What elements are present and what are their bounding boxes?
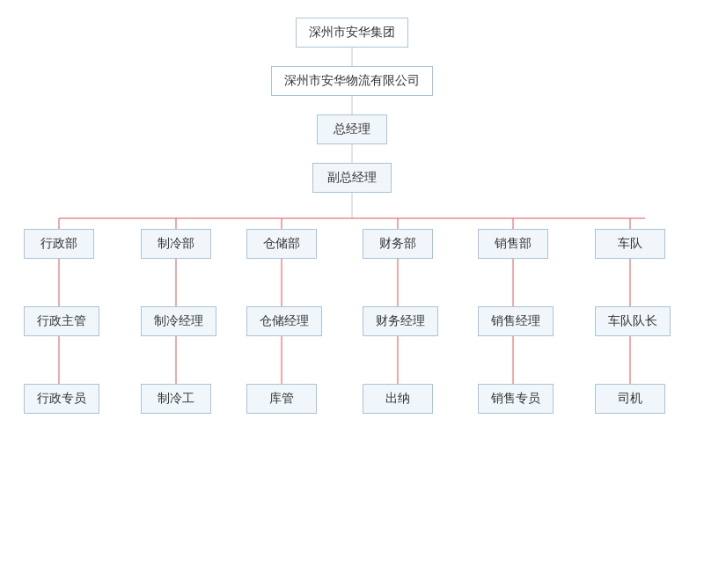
vgm-node: 副总经理 (312, 163, 392, 193)
mgr-node-1: 制冷经理 (141, 306, 216, 336)
org-chart: 深州市安华集团 深州市安华物流有限公司 总经理 副总经理 行政部 制冷部 仓储部… (0, 0, 704, 588)
dept-node-5: 车队 (595, 229, 665, 259)
dept-node-0: 行政部 (24, 229, 94, 259)
mgr-node-0: 行政主管 (24, 306, 99, 336)
staff-node-5: 司机 (595, 384, 665, 414)
company-node: 深州市安华物流有限公司 (271, 66, 433, 96)
dept-node-2: 仓储部 (246, 229, 317, 259)
dept-node-3: 财务部 (363, 229, 433, 259)
staff-node-0: 行政专员 (24, 384, 99, 414)
mgr-node-2: 仓储经理 (246, 306, 322, 336)
staff-node-1: 制冷工 (141, 384, 211, 414)
mgr-node-5: 车队队长 (595, 306, 671, 336)
dept-node-4: 销售部 (478, 229, 548, 259)
mgr-node-3: 财务经理 (363, 306, 438, 336)
dept-node-1: 制冷部 (141, 229, 211, 259)
staff-node-2: 库管 (246, 384, 317, 414)
mgr-node-4: 销售经理 (478, 306, 554, 336)
group-node: 深州市安华集团 (296, 18, 408, 48)
gm-node: 总经理 (317, 114, 387, 144)
staff-node-4: 销售专员 (478, 384, 554, 414)
staff-node-3: 出纳 (363, 384, 433, 414)
